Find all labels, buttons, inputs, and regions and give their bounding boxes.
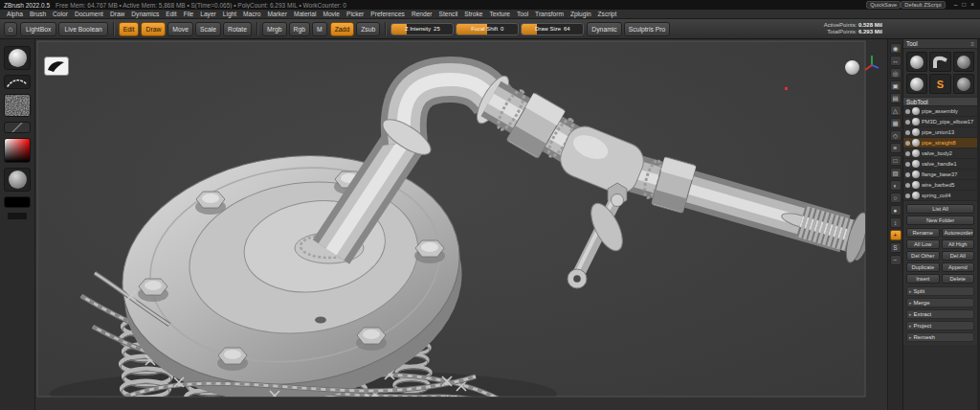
menu-item[interactable]: Movie [323, 11, 340, 17]
menu-item[interactable]: Edit [166, 11, 176, 17]
menu-item[interactable]: Stencil [439, 11, 458, 17]
texture-selector-icon[interactable] [4, 122, 31, 133]
tool-thumbnail[interactable] [953, 52, 974, 72]
subtool-row[interactable]: valve_handle1 [903, 159, 977, 170]
subtool-button[interactable]: Del Other [906, 251, 940, 261]
menu-item[interactable]: Marker [267, 11, 287, 17]
right-shelf-icon[interactable]: ▤ [890, 93, 902, 103]
tool-thumbnail[interactable] [953, 74, 974, 94]
shelf-slider[interactable]: Z Intensity25 [390, 23, 454, 35]
menu-item[interactable]: Zplugin [570, 11, 591, 17]
subtool-button[interactable]: Del All [942, 251, 975, 261]
subtool-section-bar[interactable]: ▸Remesh [906, 332, 974, 342]
menu-item[interactable]: Texture [489, 11, 510, 17]
paint-toggle[interactable]: Rgb [289, 22, 310, 36]
visibility-eye-icon[interactable] [905, 141, 910, 146]
visibility-eye-icon[interactable] [905, 120, 910, 125]
menu-item[interactable]: Light [223, 11, 236, 17]
menu-item[interactable]: Draw [110, 11, 124, 17]
panel-menu-icon[interactable]: ≡ [970, 41, 974, 47]
menu-item[interactable]: Dynamics [131, 11, 159, 17]
menu-item[interactable]: Alpha [7, 11, 23, 17]
subtool-row[interactable]: valve_body2 [903, 148, 977, 159]
sculpt-toggle[interactable]: Zsub [356, 22, 380, 36]
subtool-row[interactable]: spring_coil4 [903, 191, 977, 201]
secondary-color-swatch[interactable] [8, 213, 27, 219]
subtool-button[interactable]: All High [942, 239, 975, 249]
titlebar-button[interactable]: QuickSave [866, 1, 901, 9]
color-picker[interactable] [4, 138, 31, 163]
menu-item[interactable]: Preferences [370, 11, 405, 17]
right-shelf-icon[interactable]: △ [890, 105, 902, 116]
mode-button[interactable]: Rotate [223, 22, 252, 36]
visibility-eye-icon[interactable] [905, 151, 910, 156]
shelf-slider[interactable]: Draw Size64 [521, 23, 584, 35]
subtool-button[interactable]: Duplicate [906, 262, 940, 272]
minimize-button[interactable]: – [952, 1, 960, 10]
menu-item[interactable]: Macro [243, 11, 260, 17]
sculpt-toggle[interactable]: Zadd [330, 22, 355, 36]
menu-item[interactable]: Picker [346, 11, 364, 17]
right-shelf-icon[interactable]: ▣ [890, 80, 902, 91]
material-preview-sphere[interactable] [845, 60, 859, 75]
right-shelf-icon[interactable]: □ [890, 155, 902, 166]
subtool-button[interactable]: Insert [906, 274, 940, 284]
right-shelf-icon[interactable]: ▦ [890, 118, 902, 128]
visibility-eye-icon[interactable] [905, 183, 910, 188]
menu-item[interactable]: Color [53, 11, 68, 17]
subtool-section-bar[interactable]: ▸Split [906, 286, 974, 296]
visibility-eye-icon[interactable] [905, 130, 910, 135]
titlebar-button[interactable]: Default ZScript [901, 1, 945, 9]
visibility-eye-icon[interactable] [905, 109, 910, 114]
shelf-slider[interactable]: Focal Shift0 [456, 23, 519, 35]
shelf-tab[interactable]: LightBox [20, 22, 56, 36]
right-shelf-icon[interactable]: ◎ [890, 68, 902, 79]
mode-button[interactable]: Scale [195, 22, 221, 36]
right-shelf-icon[interactable]: ↕ [890, 217, 902, 228]
visibility-eye-icon[interactable] [905, 172, 910, 177]
tool-thumbnail[interactable] [906, 52, 927, 72]
menu-item[interactable]: File [184, 11, 194, 17]
menu-item[interactable]: Brush [30, 11, 46, 17]
maximize-button[interactable]: □ [960, 1, 968, 10]
right-shelf-icon[interactable]: ≡ [890, 143, 902, 153]
subtool-row[interactable]: pipe_union13 [903, 127, 977, 138]
tool-panel-header[interactable]: Tool ≡ [903, 39, 977, 49]
subtool-row[interactable]: pipe_straight8 [903, 138, 977, 148]
right-shelf-icon[interactable]: ● [890, 205, 902, 216]
menu-item[interactable]: Document [75, 11, 103, 17]
document-canvas[interactable] [35, 39, 887, 410]
main-color-swatch[interactable] [4, 196, 31, 208]
right-shelf-icon[interactable]: − [890, 255, 902, 265]
subtool-section-bar[interactable]: ▸Extract [906, 309, 974, 319]
shelf-tab[interactable]: Live Boolean [58, 22, 107, 36]
tool-thumbnail[interactable] [906, 74, 927, 94]
subtool-button[interactable]: Delete [942, 274, 975, 284]
shelf-extra-button[interactable]: Sculptris Pro [624, 22, 671, 36]
menu-item[interactable]: Tool [517, 11, 528, 17]
brush-selector-icon[interactable] [4, 46, 31, 70]
subtool-row[interactable]: flange_base37 [903, 170, 977, 180]
menu-item[interactable]: Transform [535, 11, 564, 17]
paint-toggle[interactable]: Mrgb [262, 22, 287, 36]
right-shelf-icon[interactable]: S [890, 242, 902, 253]
subtool-button[interactable]: All Low [906, 239, 940, 249]
right-shelf-icon[interactable]: + [890, 230, 902, 240]
subtool-header[interactable]: SubTool [903, 97, 977, 106]
right-shelf-icon[interactable]: ▨ [890, 168, 902, 178]
right-shelf-icon[interactable]: ◇ [890, 130, 902, 141]
menu-item[interactable]: Layer [200, 11, 216, 17]
subtool-button[interactable]: Append [942, 262, 975, 272]
visibility-eye-icon[interactable] [905, 162, 910, 167]
shelf-extra-button[interactable]: Dynamic [587, 22, 621, 36]
subtool-row[interactable]: pipe_assembly [903, 106, 977, 117]
brush-preview[interactable] [44, 57, 69, 76]
menu-item[interactable]: Render [412, 11, 433, 17]
right-shelf-icon[interactable]: ◐ [890, 180, 902, 191]
menu-item[interactable]: Stroke [464, 11, 482, 17]
visibility-eye-icon[interactable] [905, 194, 910, 198]
mode-button[interactable]: Edit [119, 22, 140, 36]
menu-item[interactable]: Material [294, 11, 316, 17]
tool-thumbnail[interactable] [929, 52, 950, 72]
subtool-button[interactable]: New Folder [906, 216, 974, 225]
